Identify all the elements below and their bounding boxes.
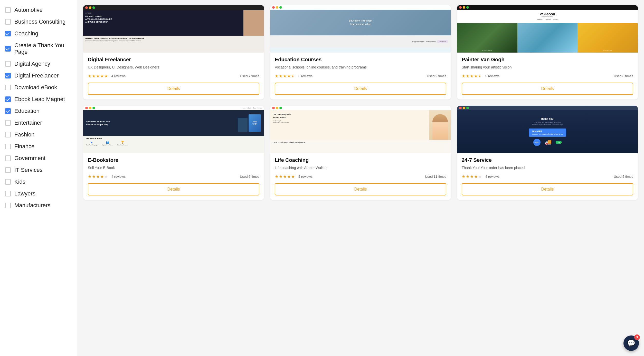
card-meta-painter-van-gogh: ★★★★★★5 reviewsUsed 8 times [462, 74, 633, 78]
chat-button[interactable]: 💬 3 [623, 335, 639, 351]
sidebar-label-digital-freelancer: Digital Freelancer [14, 72, 59, 79]
checkbox-kids[interactable] [5, 179, 11, 185]
card-body-life-coaching: Life CoachingLife coaching with Amber Wa… [270, 153, 451, 200]
checkbox-download-ebook[interactable] [5, 85, 11, 90]
card-used-education-courses: Used 9 times [427, 74, 446, 78]
card-education-courses: Education is the bestkey success in life… [270, 5, 451, 100]
card-stars-digital-freelancer: ★★★★★ [88, 74, 108, 78]
sidebar-item-finance[interactable]: Finance [0, 141, 77, 152]
card-used-painter-van-gogh: Used 8 times [614, 74, 633, 78]
checkbox-coaching[interactable] [5, 31, 11, 36]
checkbox-finance[interactable] [5, 144, 11, 149]
checkbox-business-consulting[interactable] [5, 19, 11, 25]
sidebar-item-entertainer[interactable]: Entertainer [0, 117, 77, 129]
card-e-bookstore: HomeAboutBlogContact Showcase And Sell Y… [83, 106, 264, 200]
sidebar-item-automotive[interactable]: Automotive [0, 4, 77, 16]
sidebar-item-digital-agency[interactable]: Digital Agency [0, 58, 77, 70]
card-24-7-service: Thank You! Your order has been placed an… [457, 106, 638, 200]
sidebar-item-download-ebook[interactable]: Download eBook [0, 82, 77, 93]
card-description-digital-freelancer: UX Designers, UI Designers, Web Designer… [88, 65, 259, 70]
sidebar-item-it-services[interactable]: IT Services [0, 164, 77, 176]
checkbox-it-services[interactable] [5, 167, 11, 173]
card-meta-education-courses: ★★★★★★5 reviewsUsed 9 times [275, 74, 446, 78]
card-used-life-coaching: Used 11 times [425, 175, 446, 179]
card-meta-digital-freelancer: ★★★★★4 reviewsUsed 7 times [88, 74, 259, 78]
details-button-education-courses[interactable]: Details [275, 83, 446, 95]
card-description-24-7-service: Thank You! Your order has been placed [462, 165, 633, 171]
sidebar-label-government: Government [14, 155, 45, 162]
card-life-coaching: Life coaching withAmber Walker I help pe… [270, 106, 451, 200]
card-digital-freelancer: HI THERE! I'M MARY SMITH,A VISUAL UX/UI … [83, 5, 264, 100]
card-body-education-courses: Education CoursesVocational schools, onl… [270, 53, 451, 100]
card-reviews-e-bookstore: 4 reviews [111, 175, 126, 179]
sidebar-item-fashion[interactable]: Fashion [0, 129, 77, 141]
card-title-life-coaching: Life Coaching [275, 157, 446, 163]
card-description-education-courses: Vocational schools, online courses, and … [275, 65, 446, 70]
card-meta-life-coaching: ★★★★★5 reviewsUsed 11 times [275, 174, 446, 179]
sidebar-item-lawyers[interactable]: Lawyers [0, 188, 77, 200]
card-reviews-24-7-service: 4 reviews [485, 175, 499, 179]
checkbox-entertainer[interactable] [5, 120, 11, 126]
card-stars-painter-van-gogh: ★★★★★★ [462, 74, 482, 78]
card-reviews-digital-freelancer: 4 reviews [111, 74, 126, 78]
sidebar-label-coaching: Coaching [14, 30, 38, 37]
details-button-24-7-service[interactable]: Details [462, 183, 633, 195]
card-title-education-courses: Education Courses [275, 57, 446, 63]
checkbox-lawyers[interactable] [5, 191, 11, 196]
details-button-digital-freelancer[interactable]: Details [88, 83, 259, 95]
checkbox-education[interactable] [5, 108, 11, 114]
sidebar-label-business-consulting: Business Consulting [14, 18, 65, 25]
checkbox-digital-freelancer[interactable] [5, 73, 11, 78]
sidebar-label-entertainer: Entertainer [14, 120, 42, 126]
card-description-life-coaching: Life coaching with Amber Walker [275, 165, 446, 171]
checkbox-create-thank-you[interactable] [5, 46, 11, 52]
card-preview-e-bookstore: HomeAboutBlogContact Showcase And Sell Y… [83, 106, 264, 153]
card-body-painter-van-gogh: Painter Van GoghStart sharing your artis… [457, 53, 638, 100]
checkbox-fashion[interactable] [5, 132, 11, 137]
sidebar-label-download-ebook: Download eBook [14, 84, 57, 91]
card-stars-24-7-service: ★★★★★ [462, 174, 482, 179]
sidebar-item-education[interactable]: Education [0, 105, 77, 117]
sidebar-label-create-thank-you: Create a Thank You Page [14, 42, 72, 55]
card-title-digital-freelancer: Digital Freelancer [88, 57, 259, 63]
chat-widget: 💬 3 [623, 335, 639, 351]
details-button-painter-van-gogh[interactable]: Details [462, 83, 633, 95]
card-meta-e-bookstore: ★★★★★4 reviewsUsed 6 times [88, 174, 259, 179]
card-body-e-bookstore: E-BookstoreSell Your E-Book★★★★★4 review… [83, 153, 264, 200]
card-meta-24-7-service: ★★★★★4 reviewsUsed 5 times [462, 174, 633, 179]
card-reviews-life-coaching: 5 reviews [298, 175, 312, 179]
card-title-24-7-service: 24-7 Service [462, 157, 633, 163]
sidebar-item-government[interactable]: Government [0, 152, 77, 164]
card-body-24-7-service: 24-7 ServiceThank You! Your order has be… [457, 153, 638, 200]
details-button-e-bookstore[interactable]: Details [88, 183, 259, 195]
sidebar-item-coaching[interactable]: Coaching [0, 28, 77, 39]
chat-badge: 3 [634, 334, 640, 340]
checkbox-ebook-lead-magnet[interactable] [5, 96, 11, 102]
sidebar-item-kids[interactable]: Kids [0, 176, 77, 188]
card-description-e-bookstore: Sell Your E-Book [88, 165, 259, 171]
card-preview-education-courses: Education is the bestkey success in life… [270, 5, 451, 53]
card-title-painter-van-gogh: Painter Van Gogh [462, 57, 633, 63]
sidebar-item-create-thank-you[interactable]: Create a Thank You Page [0, 39, 77, 58]
sidebar-label-automotive: Automotive [14, 7, 43, 13]
sidebar-item-digital-freelancer[interactable]: Digital Freelancer [0, 70, 77, 82]
details-button-life-coaching[interactable]: Details [275, 183, 446, 195]
checkbox-manufacturers[interactable] [5, 203, 11, 208]
card-used-24-7-service: Used 5 times [614, 175, 633, 179]
sidebar-label-lawyers: Lawyers [14, 190, 35, 197]
checkbox-digital-agency[interactable] [5, 61, 11, 67]
checkbox-automotive[interactable] [5, 7, 11, 13]
sidebar-label-education: Education [14, 108, 40, 114]
sidebar-item-business-consulting[interactable]: Business Consulting [0, 16, 77, 28]
sidebar-label-digital-agency: Digital Agency [14, 61, 50, 67]
card-stars-education-courses: ★★★★★★ [275, 74, 295, 78]
checkbox-government[interactable] [5, 155, 11, 161]
card-body-digital-freelancer: Digital FreelancerUX Designers, UI Desig… [83, 53, 264, 100]
sidebar-item-ebook-lead-magnet[interactable]: Ebook Lead Magnet [0, 93, 77, 105]
card-used-digital-freelancer: Used 7 times [240, 74, 259, 78]
cards-grid: HI THERE! I'M MARY SMITH,A VISUAL UX/UI … [83, 5, 638, 200]
sidebar-item-manufacturers[interactable]: Manufacturers [0, 200, 77, 211]
card-description-painter-van-gogh: Start sharing your artistic vision [462, 65, 633, 70]
sidebar-label-manufacturers: Manufacturers [14, 202, 51, 209]
card-stars-life-coaching: ★★★★★ [275, 174, 295, 179]
